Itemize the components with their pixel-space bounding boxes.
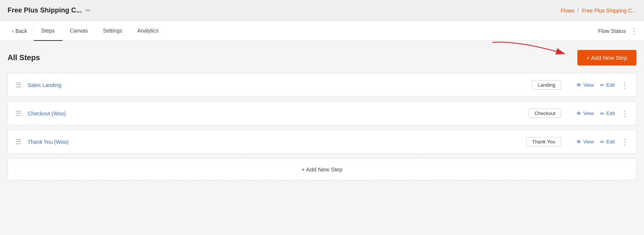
breadcrumb: Flows / Free Plus Shipping C... <box>561 8 636 14</box>
view-label: View <box>583 82 594 88</box>
step-row-checkout: ☰ Checkout (Woo) Checkout 👁 View ✏ Edit … <box>8 101 636 125</box>
top-bar: Free Plus Shipping C... ✏ Flows / Free P… <box>0 0 644 21</box>
step-more-menu-sales-landing[interactable]: ⋮ <box>621 81 628 90</box>
back-chevron-icon: ‹ <box>12 28 14 34</box>
edit-label: Edit <box>607 82 615 88</box>
drag-handle-icon[interactable]: ☰ <box>16 138 22 146</box>
step-name-thank-you[interactable]: Thank You (Woo) <box>28 139 526 145</box>
back-button[interactable]: ‹ Back <box>6 21 34 40</box>
view-button-checkout[interactable]: 👁 View <box>576 110 594 117</box>
view-label: View <box>583 139 594 145</box>
breadcrumb-separator: / <box>577 8 579 14</box>
step-row-thank-you: ☰ Thank You (Woo) Thank You 👁 View ✏ Edi… <box>8 130 636 154</box>
back-label: Back <box>16 28 27 34</box>
drag-handle-icon[interactable]: ☰ <box>16 109 22 118</box>
flow-status-label[interactable]: Flow Status <box>598 28 626 34</box>
bottom-add-step-label: + Add New Step <box>302 166 343 173</box>
view-button-thank-you[interactable]: 👁 View <box>576 139 594 145</box>
edit-title-icon[interactable]: ✏ <box>86 7 90 14</box>
view-label: View <box>583 110 594 116</box>
page-title: Free Plus Shipping C... <box>8 6 82 14</box>
edit-button-thank-you[interactable]: ✏ Edit <box>600 139 615 145</box>
top-bar-left: Free Plus Shipping C... ✏ <box>8 6 90 14</box>
eye-icon: 👁 <box>576 110 582 117</box>
nav-more-menu-icon[interactable]: ⋮ <box>630 26 638 36</box>
edit-icon: ✏ <box>600 139 605 145</box>
edit-icon: ✏ <box>600 110 605 117</box>
add-new-step-label: + Add New Step <box>586 54 627 61</box>
eye-icon: 👁 <box>576 139 582 145</box>
tab-analytics[interactable]: Analytics <box>130 22 166 41</box>
drag-handle-icon[interactable]: ☰ <box>16 81 22 89</box>
nav-tabs-right: Flow Status ⋮ <box>598 26 638 36</box>
tab-canvas-label: Canvas <box>70 28 88 34</box>
step-badge-landing: Landing <box>532 80 561 90</box>
tab-analytics-label: Analytics <box>137 28 159 34</box>
edit-icon: ✏ <box>600 82 605 88</box>
breadcrumb-flows-link[interactable]: Flows <box>561 8 575 14</box>
tab-steps-label: Steps <box>41 28 55 34</box>
eye-icon: 👁 <box>576 82 582 88</box>
step-actions-sales-landing: 👁 View ✏ Edit ⋮ <box>576 81 628 90</box>
steps-header: All Steps + Add New Step <box>8 50 636 65</box>
breadcrumb-current: Free Plus Shipping C... <box>582 8 636 14</box>
edit-button-checkout[interactable]: ✏ Edit <box>600 110 615 117</box>
nav-tabs: ‹ Back Steps Canvas Settings Analytics F… <box>0 21 644 41</box>
edit-label: Edit <box>607 139 615 145</box>
step-name-checkout[interactable]: Checkout (Woo) <box>28 110 529 117</box>
step-badge-thank-you: Thank You <box>526 137 561 146</box>
nav-tabs-left: ‹ Back Steps Canvas Settings Analytics <box>6 21 166 40</box>
add-step-bottom-button[interactable]: + Add New Step <box>8 158 636 181</box>
edit-button-sales-landing[interactable]: ✏ Edit <box>600 82 615 88</box>
tab-settings-label: Settings <box>103 28 122 34</box>
step-actions-checkout: 👁 View ✏ Edit ⋮ <box>576 109 628 118</box>
step-more-menu-thank-you[interactable]: ⋮ <box>621 137 628 146</box>
tab-steps[interactable]: Steps <box>34 22 62 41</box>
step-more-menu-checkout[interactable]: ⋮ <box>621 109 628 118</box>
annotation-arrow <box>489 39 572 65</box>
add-new-step-button[interactable]: + Add New Step <box>577 50 636 65</box>
step-badge-checkout: Checkout <box>529 109 561 118</box>
tab-settings[interactable]: Settings <box>95 22 130 41</box>
edit-label: Edit <box>607 110 615 116</box>
all-steps-title: All Steps <box>8 53 40 62</box>
step-name-sales-landing[interactable]: Sales Landing <box>28 82 532 88</box>
content-area: All Steps + Add New Step ☰ Sales Landing… <box>0 41 644 235</box>
view-button-sales-landing[interactable]: 👁 View <box>576 82 594 88</box>
tab-canvas[interactable]: Canvas <box>62 22 95 41</box>
step-row-sales-landing: ☰ Sales Landing Landing 👁 View ✏ Edit ⋮ <box>8 73 636 97</box>
step-actions-thank-you: 👁 View ✏ Edit ⋮ <box>576 137 628 146</box>
